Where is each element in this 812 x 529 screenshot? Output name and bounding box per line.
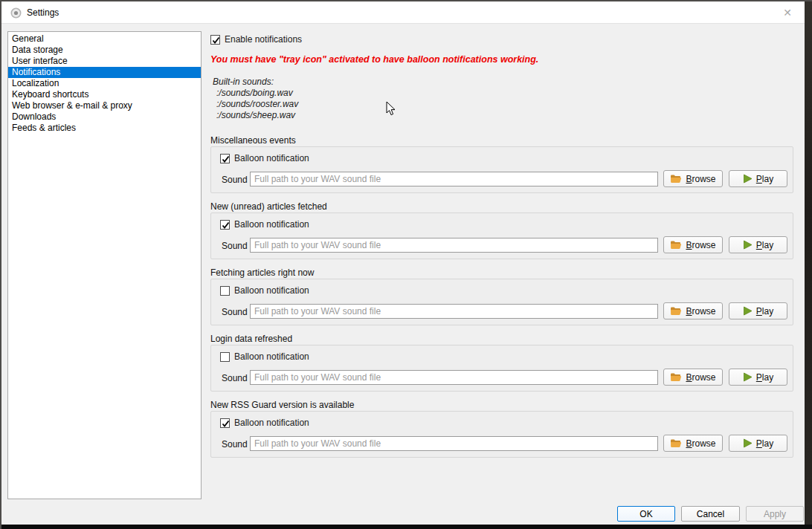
sound-path-input[interactable]: [250, 304, 658, 319]
browse-label: Browse: [686, 240, 715, 250]
sound-label: Sound: [222, 307, 248, 317]
play-button[interactable]: Play: [729, 435, 787, 452]
desktop-edge: [0, 525, 812, 529]
section-title: Login data refreshed: [210, 334, 292, 344]
browse-label: Browse: [686, 306, 715, 317]
sound-label: Sound: [222, 241, 248, 251]
balloon-notification-label: Balloon notification: [234, 219, 309, 230]
section-title: Fetching articles right now: [210, 267, 314, 278]
enable-notifications-checkbox[interactable]: [210, 35, 220, 45]
sound-label: Sound: [222, 175, 248, 185]
play-label: Play: [756, 372, 773, 383]
section-title: New RSS Guard version is available: [210, 400, 354, 410]
play-icon: [743, 372, 753, 382]
balloon-notification-label: Balloon notification: [234, 285, 309, 296]
builtin-sound-item: :/sounds/rooster.wav: [213, 99, 298, 110]
balloon-notification-checkbox[interactable]: [220, 352, 230, 362]
section-title: New (unread) articles fetched: [210, 201, 327, 212]
play-label: Play: [756, 174, 773, 184]
section-groupbox: Balloon notificationSoundBrowsePlay: [210, 212, 793, 259]
balloon-notification-label: Balloon notification: [234, 418, 309, 428]
browse-button[interactable]: Browse: [663, 170, 723, 187]
browse-label: Browse: [686, 372, 715, 383]
tray-icon-warning: You must have "tray icon" activated to h…: [210, 54, 538, 65]
section-groupbox: Balloon notificationSoundBrowsePlay: [210, 411, 793, 458]
desktop-edge: [0, 0, 1, 529]
sound-path-input[interactable]: [250, 370, 658, 385]
play-button[interactable]: Play: [729, 170, 787, 187]
balloon-notification-checkbox[interactable]: [220, 154, 230, 163]
play-icon: [743, 240, 753, 250]
play-label: Play: [756, 306, 773, 317]
folder-icon: [670, 240, 682, 250]
section-title: Miscellaneous events: [210, 135, 296, 146]
play-icon: [743, 438, 753, 448]
browse-button[interactable]: Browse: [663, 435, 723, 452]
browse-button[interactable]: Browse: [663, 369, 723, 386]
section-groupbox: Balloon notificationSoundBrowsePlay: [210, 345, 793, 392]
enable-notifications-label: Enable notifications: [225, 34, 302, 45]
sound-path-input[interactable]: [250, 436, 658, 451]
balloon-notification-label: Balloon notification: [234, 351, 309, 362]
sound-label: Sound: [222, 439, 248, 450]
browse-label: Browse: [686, 438, 715, 449]
play-label: Play: [756, 240, 773, 250]
builtin-sounds-heading: Built-in sounds:: [213, 77, 298, 88]
builtin-sound-item: :/sounds/boing.wav: [213, 88, 298, 99]
browse-button[interactable]: Browse: [663, 236, 723, 253]
play-button[interactable]: Play: [729, 369, 787, 386]
folder-icon: [670, 372, 682, 382]
play-button[interactable]: Play: [729, 236, 787, 253]
desktop-edge: [805, 0, 812, 529]
folder-icon: [670, 174, 682, 184]
apply-button[interactable]: Apply: [746, 506, 804, 522]
balloon-notification-checkbox[interactable]: [220, 220, 230, 230]
play-icon: [743, 306, 753, 316]
section-groupbox: Balloon notificationSoundBrowsePlay: [210, 146, 793, 193]
balloon-notification-checkbox[interactable]: [220, 286, 230, 296]
mouse-cursor: [386, 101, 396, 116]
notifications-pane: Enable notifications You must have "tray…: [1, 1, 805, 525]
browse-label: Browse: [686, 174, 715, 184]
section-groupbox: Balloon notificationSoundBrowsePlay: [210, 279, 793, 325]
settings-window: Settings ✕ GeneralData storageUser inter…: [1, 1, 805, 525]
cancel-button[interactable]: Cancel: [681, 506, 740, 522]
screen: Settings ✕ GeneralData storageUser inter…: [0, 0, 812, 529]
balloon-notification-label: Balloon notification: [234, 153, 309, 163]
folder-icon: [670, 438, 682, 448]
builtin-sound-item: :/sounds/sheep.wav: [213, 110, 298, 121]
sound-path-input[interactable]: [250, 238, 658, 253]
folder-icon: [670, 306, 682, 316]
sound-path-input[interactable]: [250, 172, 658, 186]
browse-button[interactable]: Browse: [663, 302, 723, 319]
sound-label: Sound: [222, 373, 248, 383]
play-label: Play: [756, 438, 773, 449]
play-icon: [743, 174, 753, 184]
balloon-notification-checkbox[interactable]: [220, 418, 230, 428]
desktop-edge: [0, 0, 812, 1]
play-button[interactable]: Play: [729, 302, 787, 319]
builtin-sounds-list: Built-in sounds: :/sounds/boing.wav :/so…: [213, 77, 298, 121]
ok-button[interactable]: OK: [617, 506, 675, 522]
